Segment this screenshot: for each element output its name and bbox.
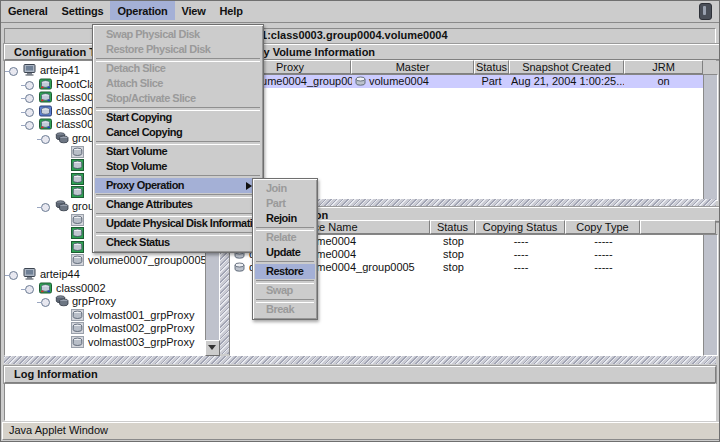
slice-column-header-status[interactable]: Status [430, 220, 475, 234]
copy-type-cell: ----- [566, 248, 641, 261]
slice-table-scrollbar[interactable] [703, 234, 718, 356]
proxy-volume-column-header-jrm[interactable]: JRM [624, 60, 703, 74]
menu-item-update[interactable]: Update [255, 245, 315, 260]
tree-node-label: volmast002_grpProxy [88, 322, 194, 335]
menubar-item-general[interactable]: General [1, 1, 55, 20]
tree-node-arteip44[interactable]: arteip44 [5, 268, 206, 281]
copy-type-cell: ----- [566, 235, 641, 248]
tree-expand-handle-icon[interactable] [41, 135, 50, 144]
menu-item-relate[interactable]: Relate [255, 230, 315, 245]
menu-item-attach-slice[interactable]: Attach Slice [95, 76, 261, 91]
tree-expand-handle-icon[interactable] [25, 81, 34, 90]
menu-bar: GeneralSettingsOperationViewHelp [1, 1, 719, 23]
proxy-volume-column-header-master[interactable]: Master [351, 60, 474, 74]
applet-window-icon [699, 3, 712, 20]
menubar-item-view[interactable]: View [175, 1, 213, 20]
tree-node-label: volmast001_grpProxy [88, 309, 194, 322]
menu-item-label: Restore Physical Disk [106, 43, 210, 55]
status-cell: Part [475, 75, 508, 88]
group-icon [55, 132, 69, 144]
tree-node-volmast001_grpProxy[interactable]: volmast001_grpProxy [5, 309, 206, 322]
tree-node-label: volmast003_grpProxy [88, 336, 194, 349]
proxy-volume-column-header-snapshot-created[interactable]: Snapshot Created [509, 60, 624, 74]
tree-node-volmast003_grpProxy[interactable]: volmast003_grpProxy [5, 336, 206, 349]
tree-node-class0002[interactable]: class0002 [5, 282, 206, 295]
tree-node-label: class0002 [56, 282, 106, 295]
menu-item-label: Relate [266, 231, 296, 243]
tree-scroll-down-button[interactable] [205, 340, 220, 356]
proxy-volume-table-header[interactable]: ProxyMasterStatusSnapshot CreatedJRM [229, 60, 716, 74]
menu-item-swap[interactable]: Swap [255, 283, 315, 298]
menu-item-start-volume[interactable]: Start Volume [95, 144, 261, 159]
tree-expand-handle-icon[interactable] [25, 285, 34, 294]
tree-expand-handle-icon[interactable] [25, 94, 34, 103]
class-icon [39, 91, 53, 103]
slice-status-cell: stop [431, 248, 476, 261]
menu-item-label: Join [266, 182, 287, 194]
proxy-volume-column-header-status[interactable]: Status [474, 60, 509, 74]
tree-expand-handle-icon[interactable] [9, 271, 18, 280]
volume-green-icon [71, 159, 85, 171]
tree-expand-handle-icon[interactable] [41, 298, 50, 307]
log-horizontal-splitter[interactable] [4, 356, 716, 364]
menu-item-proxy-operation[interactable]: Proxy Operation [95, 178, 261, 193]
menu-item-label: Swap Physical Disk [106, 28, 200, 40]
menu-item-restore-physical-disk[interactable]: Restore Physical Disk [95, 42, 261, 57]
tree-node-label: arteip44 [40, 268, 80, 281]
slice-status-cell: stop [431, 261, 476, 274]
menu-item-label: Update [266, 246, 300, 258]
proxy-volume-row[interactable]: volume0004_group0005volume0004PartAug 21… [230, 75, 704, 88]
slice-column-header-filler [640, 220, 716, 234]
slice-column-header-copy-type[interactable]: Copy Type [565, 220, 640, 234]
copying-status-cell: ---- [476, 248, 566, 261]
proxy-operation-submenu: JoinPartRejoinRelateUpdateRestoreSwapBre… [252, 178, 318, 320]
class-icon [39, 282, 53, 294]
menu-item-cancel-copying[interactable]: Cancel Copying [95, 125, 261, 140]
tree-node-volmast002_grpProxy[interactable]: volmast002_grpProxy [5, 322, 206, 335]
arrow-down-icon [208, 345, 216, 354]
tree-expand-handle-icon[interactable] [9, 67, 18, 76]
group-icon [55, 200, 69, 212]
menu-item-update-physical-disk-information[interactable]: Update Physical Disk Information [95, 216, 261, 231]
menu-item-restore[interactable]: Restore [255, 264, 315, 279]
master-cell-label: volume0004 [369, 75, 429, 87]
menu-item-label: Start Copying [106, 111, 172, 123]
volume-green-icon [71, 186, 85, 198]
menu-item-join[interactable]: Join [255, 181, 315, 196]
menu-item-check-status[interactable]: Check Status [95, 235, 261, 250]
menu-item-change-attributes[interactable]: Change Attributes [95, 197, 261, 212]
menubar-item-settings[interactable]: Settings [55, 1, 111, 20]
menu-item-label: Stop Volume [106, 160, 167, 172]
slice-icon [233, 262, 246, 273]
tree-node-volume0007_group0005[interactable]: volume0007_group0005 [5, 254, 206, 267]
menu-item-stop-activate-slice[interactable]: Stop/Activate Slice [95, 91, 261, 106]
volume-icon [354, 76, 367, 87]
tree-expand-handle-icon[interactable] [41, 203, 50, 212]
log-information-area[interactable] [4, 383, 716, 421]
host-icon [23, 64, 37, 76]
tree-node-label: grpProxy [72, 295, 116, 308]
slice-column-header-copying-status[interactable]: Copying Status [475, 220, 565, 234]
menu-item-part[interactable]: Part [255, 196, 315, 211]
menu-item-label: Detach Slice [106, 62, 165, 74]
menu-item-detach-slice[interactable]: Detach Slice [95, 61, 261, 76]
copying-status-cell: ---- [476, 235, 566, 248]
copy-type-cell: ----- [566, 261, 641, 274]
menubar-item-operation[interactable]: Operation [110, 1, 174, 20]
menu-item-label: Attach Slice [106, 77, 163, 89]
menu-item-label: Rejoin [266, 212, 297, 224]
tree-expand-handle-icon[interactable] [25, 108, 34, 117]
menu-item-label: Restore [266, 265, 303, 277]
group-icon [55, 295, 69, 307]
proxy-volume-table-scrollbar[interactable] [703, 74, 718, 201]
menu-item-rejoin[interactable]: Rejoin [255, 211, 315, 226]
menu-item-stop-volume[interactable]: Stop Volume [95, 159, 261, 174]
tree-expand-handle-icon[interactable] [25, 121, 34, 130]
volume-grey-icon [71, 336, 85, 348]
menu-item-start-copying[interactable]: Start Copying [95, 110, 261, 125]
volume-grey-icon [71, 146, 85, 158]
menu-item-break[interactable]: Break [255, 302, 315, 317]
menubar-item-help[interactable]: Help [213, 1, 250, 20]
menu-item-swap-physical-disk[interactable]: Swap Physical Disk [95, 27, 261, 42]
tree-node-grpProxy[interactable]: grpProxy [5, 295, 206, 308]
